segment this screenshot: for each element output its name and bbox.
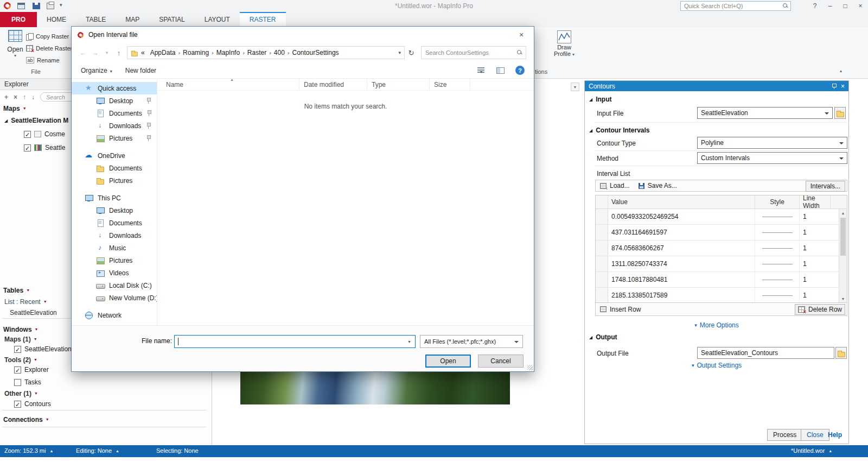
interval-row[interactable]: 1311.08250743374 1 bbox=[596, 256, 847, 272]
refresh-icon[interactable] bbox=[405, 49, 418, 57]
sidebar-item-onedrive-pictures[interactable]: Pictures bbox=[72, 174, 157, 187]
interval-line-width[interactable]: 1 bbox=[800, 272, 831, 287]
dialog-help-icon[interactable] bbox=[515, 66, 525, 75]
map-tree-root[interactable]: SeattleElevation M bbox=[4, 117, 68, 124]
save-icon[interactable] bbox=[33, 3, 40, 9]
minimize-button[interactable] bbox=[822, 0, 838, 12]
interval-line-width[interactable]: 1 bbox=[800, 256, 831, 271]
insert-row-button[interactable]: Insert Row bbox=[597, 305, 643, 314]
tab-pro[interactable]: PRO bbox=[0, 12, 37, 27]
editing-status[interactable]: Editing: None bbox=[76, 447, 119, 454]
row-selector[interactable] bbox=[596, 256, 608, 271]
output-file-input[interactable]: SeattleElevation_Contours bbox=[697, 347, 834, 359]
window-item-map[interactable]: ✓ SeattleElevation bbox=[14, 345, 72, 353]
up-icon[interactable] bbox=[113, 49, 125, 57]
close-button[interactable] bbox=[853, 0, 868, 12]
tab-home[interactable]: HOME bbox=[37, 12, 76, 27]
layer-item-raster[interactable]: ✓ Seattle bbox=[24, 144, 65, 151]
close-panel-icon[interactable] bbox=[841, 83, 845, 90]
tools-header[interactable]: Tools (2) bbox=[4, 356, 37, 364]
window-checkbox[interactable]: ✓ bbox=[14, 346, 21, 353]
interval-value[interactable]: 0.00549332052469254 bbox=[608, 209, 755, 224]
help-link[interactable]: Help bbox=[828, 431, 842, 439]
sidebar-item-pc-desktop[interactable]: Desktop bbox=[72, 204, 157, 217]
date-modified-column-header[interactable]: Date modified bbox=[299, 79, 367, 90]
interval-row[interactable]: 874.05683606267 1 bbox=[596, 241, 847, 256]
sidebar-item-pictures[interactable]: Pictures bbox=[72, 132, 157, 144]
zoom-status[interactable]: Zoom: 152.3 mi bbox=[4, 447, 53, 454]
sidebar-item-quick-access[interactable]: Quick access bbox=[72, 82, 157, 94]
other-item-contours[interactable]: ✓ Contours bbox=[14, 400, 51, 408]
interval-row[interactable]: 0.00549332052469254 1 bbox=[596, 209, 847, 225]
interval-line-width[interactable]: 1 bbox=[800, 288, 831, 303]
printer-icon[interactable] bbox=[47, 3, 54, 9]
interval-style[interactable] bbox=[755, 241, 800, 256]
breadcrumb-segment[interactable]: Raster bbox=[245, 49, 269, 56]
sidebar-item-desktop[interactable]: Desktop bbox=[72, 94, 157, 107]
row-selector[interactable] bbox=[596, 225, 608, 240]
close-panel-button[interactable]: Close bbox=[801, 429, 829, 441]
contour-type-combo[interactable]: Polyline bbox=[697, 137, 847, 149]
tables-filter[interactable]: List : Recent bbox=[4, 298, 47, 306]
forward-icon[interactable] bbox=[89, 49, 101, 57]
sidebar-item-new-volume[interactable]: New Volume (D:) bbox=[72, 292, 157, 304]
interval-value[interactable]: 2185.13385017589 bbox=[608, 288, 755, 303]
intervals-button[interactable]: Intervals... bbox=[806, 181, 845, 192]
type-column-header[interactable]: Type bbox=[367, 79, 430, 90]
interval-style[interactable] bbox=[755, 288, 800, 303]
pin-icon[interactable] bbox=[831, 83, 837, 90]
map-panel-chevron-icon[interactable] bbox=[571, 83, 579, 91]
workspace-status[interactable]: *Untitled.wor bbox=[791, 447, 832, 454]
value-column-header[interactable]: Value bbox=[608, 195, 755, 208]
browse-output-file-button[interactable] bbox=[835, 347, 847, 359]
breadcrumb-segment[interactable]: MapInfo bbox=[214, 49, 242, 56]
move-up-icon[interactable] bbox=[23, 93, 26, 101]
tab-table[interactable]: TABLE bbox=[76, 12, 116, 27]
recent-locations-chevron-icon[interactable] bbox=[101, 50, 113, 55]
draw-profile-button[interactable]: Draw Profile bbox=[549, 30, 579, 72]
scrollbar-thumb[interactable] bbox=[840, 218, 846, 256]
line-width-column-header[interactable]: Line Width bbox=[800, 195, 831, 208]
new-folder-button[interactable]: New folder bbox=[125, 67, 156, 74]
output-section-header[interactable]: Output bbox=[589, 333, 617, 341]
process-button[interactable]: Process bbox=[767, 429, 802, 441]
more-options-link[interactable]: More Options bbox=[694, 321, 739, 329]
interval-line-width[interactable]: 1 bbox=[800, 209, 831, 224]
other-checkbox[interactable]: ✓ bbox=[14, 401, 21, 408]
breadcrumb-dropdown-icon[interactable] bbox=[398, 50, 404, 55]
expand-triangle-icon[interactable] bbox=[4, 118, 8, 123]
tool-checkbox[interactable] bbox=[14, 379, 21, 386]
back-icon[interactable] bbox=[77, 49, 89, 57]
dialog-search-input[interactable]: Search ContourSettings bbox=[421, 46, 526, 59]
breadcrumb-segment[interactable]: AppData bbox=[148, 49, 178, 56]
sidebar-item-onedrive-documents[interactable]: Documents bbox=[72, 162, 157, 174]
layer-checkbox[interactable]: ✓ bbox=[24, 131, 31, 138]
sidebar-item-pc-videos[interactable]: Videos bbox=[72, 267, 157, 279]
sidebar-item-documents[interactable]: Documents bbox=[72, 107, 157, 119]
breadcrumb-segment[interactable]: 400 bbox=[271, 49, 288, 56]
cancel-button[interactable]: Cancel bbox=[478, 355, 524, 368]
interval-value[interactable]: 437.031164691597 bbox=[608, 225, 755, 240]
connections-section-header[interactable]: Connections bbox=[3, 416, 49, 423]
breadcrumb-overflow[interactable]: « bbox=[138, 49, 148, 56]
sidebar-item-pc-documents[interactable]: Documents bbox=[72, 217, 157, 229]
breadcrumb[interactable]: « AppData Roaming MapInfo Raster 400 Con… bbox=[127, 46, 405, 59]
sidebar-item-pc-downloads[interactable]: Downloads bbox=[72, 229, 157, 242]
remove-icon[interactable] bbox=[14, 93, 17, 101]
row-selector[interactable] bbox=[596, 288, 608, 303]
file-name-dropdown-icon[interactable] bbox=[404, 336, 414, 347]
tab-raster[interactable]: RASTER bbox=[240, 12, 286, 27]
quick-search-input[interactable]: Quick Search (Ctrl+Q) bbox=[680, 1, 791, 11]
interval-value[interactable]: 874.05683606267 bbox=[608, 241, 755, 256]
layer-item-cosmetic[interactable]: ✓ Cosme bbox=[24, 130, 65, 138]
contour-intervals-section-header[interactable]: Contour Intervals bbox=[589, 127, 650, 134]
windows-section-header[interactable]: Windows bbox=[3, 326, 39, 333]
input-section-header[interactable]: Input bbox=[589, 96, 611, 103]
maps-section-header[interactable]: Maps bbox=[3, 105, 27, 112]
sidebar-item-network[interactable]: Network bbox=[72, 309, 157, 321]
tool-item-explorer[interactable]: ✓ Explorer bbox=[14, 366, 49, 374]
dialog-close-button[interactable] bbox=[509, 27, 534, 43]
load-button[interactable]: Load... bbox=[600, 182, 630, 189]
name-column-header[interactable]: Name bbox=[157, 79, 299, 90]
collapse-ribbon-chevron-icon[interactable] bbox=[840, 68, 842, 73]
